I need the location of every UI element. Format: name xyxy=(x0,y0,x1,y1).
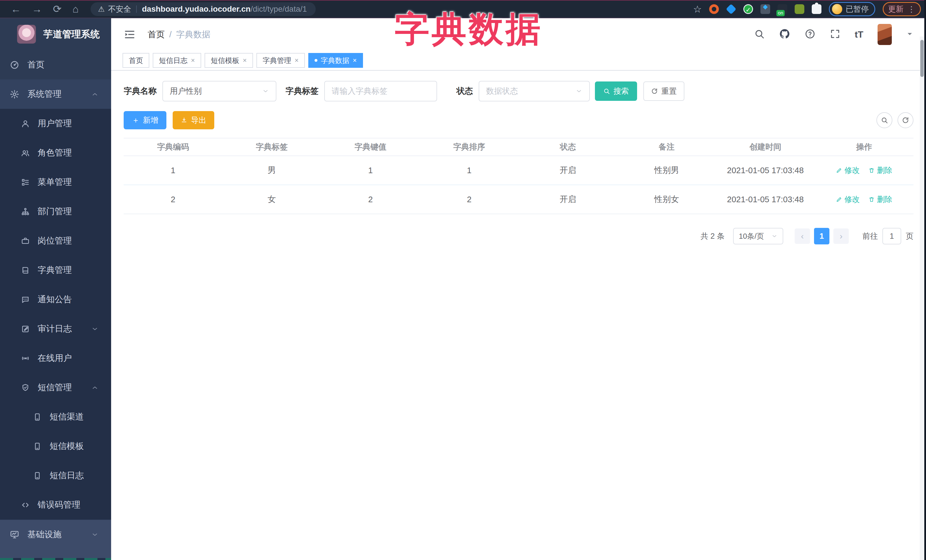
reset-button[interactable]: 重置 xyxy=(643,82,684,101)
update-label: 更新 xyxy=(888,4,903,14)
fullscreen-icon[interactable] xyxy=(830,29,841,41)
tab-home[interactable]: 首页 xyxy=(123,53,149,68)
profile-paused-pill[interactable]: 已暂停 xyxy=(829,2,875,16)
dict-data-table: 字典编码 字典标签 字典键值 字典排序 状态 备注 创建时间 操作 1 男 1 … xyxy=(124,138,914,214)
sidebar-item-sms-log[interactable]: 短信日志 xyxy=(0,461,111,490)
sidebar-item-system[interactable]: 系统管理 xyxy=(0,80,111,109)
tab-sms-log[interactable]: 短信日志 × xyxy=(153,53,201,68)
sidebar-item-roles[interactable]: 角色管理 xyxy=(0,138,111,168)
breadcrumb: 首页 / 字典数据 xyxy=(148,29,210,41)
address-bar[interactable]: ⚠ 不安全 dashboard.yudao.iocoder.cn /dict/t… xyxy=(91,2,316,16)
table-row[interactable]: 1 男 1 1 开启 性别男 2021-01-05 17:03:48 修改 删除 xyxy=(124,156,914,185)
sidebar-item-sms-template[interactable]: 短信模板 xyxy=(0,432,111,461)
gem-icon xyxy=(726,4,737,15)
divider xyxy=(136,5,137,13)
scrollbar-thumb[interactable] xyxy=(920,40,924,77)
edit-link[interactable]: 修改 xyxy=(836,194,860,205)
user-avatar[interactable] xyxy=(878,24,892,45)
app-title: 芋道管理系统 xyxy=(43,28,100,41)
delete-link[interactable]: 删除 xyxy=(869,194,893,205)
sidebar-item-infrastructure[interactable]: 基础设施 xyxy=(0,520,111,549)
back-icon[interactable]: ← xyxy=(11,4,21,14)
sidebar-bottom-strip xyxy=(0,558,111,560)
sidebar-item-users[interactable]: 用户管理 xyxy=(0,109,111,138)
edit-link[interactable]: 修改 xyxy=(836,165,860,175)
dict-name-select[interactable]: 用户性别 xyxy=(162,81,276,101)
extension-icon[interactable]: on xyxy=(778,4,787,14)
sidebar-item-audit-log[interactable]: 审计日志 xyxy=(0,314,111,344)
extensions-puzzle-icon[interactable] xyxy=(812,4,822,14)
select-placeholder: 数据状态 xyxy=(486,86,518,97)
plus-icon: ＋ xyxy=(132,115,139,125)
tab-close-icon[interactable]: × xyxy=(295,56,299,64)
extension-icon[interactable] xyxy=(709,4,719,14)
sidebar-item-sms-channel[interactable]: 短信渠道 xyxy=(0,402,111,432)
extension-icon[interactable] xyxy=(794,4,804,14)
app-logo-row[interactable]: 芋道管理系统 xyxy=(0,18,111,50)
cell-remark: 性别男 xyxy=(617,156,716,184)
prev-page-button[interactable]: ‹ xyxy=(794,228,810,244)
sidebar-item-online-users[interactable]: 在线用户 xyxy=(0,344,111,373)
sidebar-item-posts[interactable]: 岗位管理 xyxy=(0,226,111,255)
export-button[interactable]: 导出 xyxy=(172,111,214,129)
cell-sort: 2 xyxy=(420,185,519,214)
tab-close-icon[interactable]: × xyxy=(191,56,195,64)
help-icon[interactable] xyxy=(805,29,816,41)
next-page-button[interactable]: › xyxy=(834,228,849,244)
tab-dict-data[interactable]: 字典数据 × xyxy=(308,53,363,68)
bookmark-star-icon[interactable]: ☆ xyxy=(693,3,702,15)
forward-icon[interactable]: → xyxy=(32,4,42,14)
user-icon xyxy=(21,119,30,128)
sidebar-item-label: 菜单管理 xyxy=(38,176,72,188)
sidebar-item-dict[interactable]: 字典管理 xyxy=(0,255,111,285)
search-button[interactable]: 搜索 xyxy=(595,82,637,101)
sidebar-item-sms[interactable]: 短信管理 xyxy=(0,373,111,402)
tab-close-icon[interactable]: × xyxy=(353,56,357,64)
home-icon[interactable]: ⌂ xyxy=(73,4,79,14)
phone-icon xyxy=(33,471,42,480)
col-header: 字典排序 xyxy=(420,139,519,155)
sidebar-item-notice[interactable]: 通知公告 xyxy=(0,285,111,314)
tab-label: 字典数据 xyxy=(321,56,349,65)
refresh-button[interactable] xyxy=(897,112,914,128)
sidebar-item-home[interactable]: 首页 xyxy=(0,50,111,80)
extension-icon[interactable]: ✓ xyxy=(743,4,753,14)
scrollbar[interactable] xyxy=(920,36,924,560)
sidebar-collapse-icon[interactable] xyxy=(124,29,136,41)
cell-remark: 性别女 xyxy=(617,185,716,214)
tab-dict-manage[interactable]: 字典管理 × xyxy=(256,53,305,68)
sidebar-item-departments[interactable]: 部门管理 xyxy=(0,197,111,226)
chrome-update-button[interactable]: 更新 ⋮ xyxy=(883,2,921,16)
tab-close-icon[interactable]: × xyxy=(243,56,247,64)
reload-icon[interactable]: ⟳ xyxy=(53,4,62,14)
tab-sms-template[interactable]: 短信模板 × xyxy=(204,53,253,68)
breadcrumb-home[interactable]: 首页 xyxy=(148,29,165,41)
header-search-icon[interactable] xyxy=(754,29,765,41)
page-size-select[interactable]: 10条/页 xyxy=(733,228,783,245)
current-page[interactable]: 1 xyxy=(814,228,829,245)
toggle-search-button[interactable] xyxy=(876,112,893,128)
goto-page-input[interactable] xyxy=(882,228,901,245)
table-row[interactable]: 2 女 2 2 开启 性别女 2021-01-05 17:03:48 修改 删除 xyxy=(124,185,914,214)
phone-icon xyxy=(33,413,42,421)
browser-menu-icon[interactable]: ⋮ xyxy=(908,5,915,14)
profile-avatar xyxy=(832,4,842,14)
sidebar-item-error-codes[interactable]: 错误码管理 xyxy=(0,490,111,519)
goto-label: 前往 xyxy=(862,231,878,241)
dict-label-input[interactable]: 请输入字典标签 xyxy=(324,81,437,101)
extension-icon[interactable] xyxy=(761,4,770,14)
github-icon[interactable] xyxy=(779,28,790,41)
delete-link-label: 删除 xyxy=(877,194,893,205)
status-select[interactable]: 数据状态 xyxy=(479,81,590,101)
font-size-icon[interactable]: tT xyxy=(855,29,863,40)
input-placeholder: 请输入字典标签 xyxy=(331,86,387,97)
select-value: 用户性别 xyxy=(170,86,202,97)
extension-icon[interactable] xyxy=(726,4,736,14)
filter-status-label: 状态 xyxy=(457,86,473,97)
delete-link[interactable]: 删除 xyxy=(869,165,893,175)
avatar-caret-down-icon[interactable] xyxy=(906,30,914,39)
add-button[interactable]: ＋ 新增 xyxy=(124,111,166,129)
sidebar-item-menus[interactable]: 菜单管理 xyxy=(0,168,111,197)
monitor-icon xyxy=(10,530,20,539)
url-host: dashboard.yudao.iocoder.cn xyxy=(142,5,250,14)
